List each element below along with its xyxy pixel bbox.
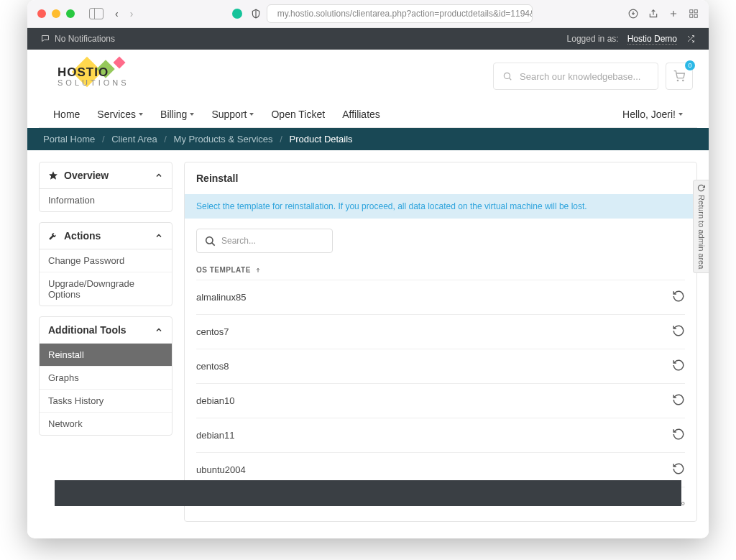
card-title: Reinstall: [185, 162, 696, 194]
share-icon[interactable]: [648, 9, 658, 19]
svg-point-12: [683, 80, 684, 81]
logged-in-label: Logged in as:: [567, 34, 619, 44]
notifications-icon: [40, 35, 50, 43]
os-template-name: almalinux85: [196, 292, 246, 303]
nav-home[interactable]: Home: [53, 101, 80, 127]
wrench-icon: [48, 231, 58, 241]
breadcrumb-portal-home[interactable]: Portal Home: [43, 134, 95, 144]
template-search-input[interactable]: Search...: [196, 229, 333, 253]
knowledgebase-search[interactable]: Search our knowledgebase...: [493, 63, 658, 90]
page-content: Overview Information Actions Change Pass…: [27, 150, 709, 533]
panel-tools-header[interactable]: Additional Tools: [40, 317, 172, 344]
sidebar-item-reinstall[interactable]: Reinstall: [40, 344, 172, 367]
search-icon: [502, 71, 512, 81]
panel-actions-header[interactable]: Actions: [40, 223, 172, 249]
breadcrumb-products-services[interactable]: My Products & Services: [174, 134, 273, 144]
nav-open-ticket[interactable]: Open Ticket: [271, 101, 325, 127]
nav-billing[interactable]: Billing: [160, 101, 194, 127]
panel-actions: Actions Change Password Upgrade/Downgrad…: [39, 222, 172, 306]
forward-button: ›: [127, 8, 137, 19]
os-template-row[interactable]: almalinux85: [196, 280, 685, 314]
os-template-name: centos7: [196, 326, 229, 337]
reinstall-action-icon[interactable]: [672, 428, 685, 443]
panel-additional-tools: Additional Tools Reinstall Graphs Tasks …: [39, 316, 172, 436]
nav-services[interactable]: Services: [97, 101, 143, 127]
breadcrumb-current: Product Details: [289, 134, 352, 144]
star-icon: [48, 170, 58, 180]
close-window-button[interactable]: [37, 9, 46, 18]
return-to-admin-tab[interactable]: Return to admin area: [693, 180, 709, 273]
url-text: my.hostio.solutions/clientarea.php?actio…: [277, 9, 533, 19]
maximize-window-button[interactable]: [66, 9, 75, 18]
sidebar-item-tasks-history[interactable]: Tasks History: [40, 390, 172, 413]
panel-overview: Overview Information: [39, 162, 172, 212]
topbar: No Notifications Logged in as: Hostio De…: [27, 28, 709, 50]
sidebar-item-graphs[interactable]: Graphs: [40, 367, 172, 390]
sidebar-item-change-password[interactable]: Change Password: [40, 249, 172, 272]
panel-overview-header[interactable]: Overview: [40, 162, 172, 189]
os-template-row[interactable]: centos7: [196, 314, 685, 349]
svg-line-15: [212, 243, 215, 246]
os-template-row[interactable]: debian11: [196, 418, 685, 452]
notifications-text[interactable]: No Notifications: [55, 34, 115, 44]
breadcrumb: Portal Home / Client Area / My Products …: [27, 128, 709, 150]
os-template-name: debian10: [196, 395, 235, 406]
sidebar-item-network[interactable]: Network: [40, 413, 172, 435]
main-nav: Home Services Billing Support Open Ticke…: [39, 101, 697, 128]
sidebar: Overview Information Actions Change Pass…: [39, 162, 172, 436]
search-icon: [204, 235, 216, 247]
plus-icon[interactable]: [668, 9, 678, 19]
minimize-window-button[interactable]: [52, 9, 60, 18]
reinstall-action-icon[interactable]: [672, 462, 685, 477]
chevron-down-icon: [190, 113, 194, 116]
browser-chrome: ‹ › my.hostio.solutions/clientarea.php?a…: [27, 0, 709, 28]
svg-rect-8: [694, 14, 697, 17]
company-logo[interactable]: HOSTIO SOLUTIONS: [43, 58, 144, 94]
site-header: HOSTIO SOLUTIONS Search our knowledgebas…: [27, 50, 709, 128]
cart-icon: [673, 70, 686, 82]
sidebar-item-information[interactable]: Information: [40, 189, 172, 211]
svg-rect-5: [690, 10, 693, 13]
os-template-column-header[interactable]: OS TEMPLATE: [196, 266, 685, 274]
cart-button[interactable]: 0: [666, 63, 693, 90]
traffic-lights: [37, 9, 75, 18]
footer: [55, 480, 681, 506]
breadcrumb-client-area[interactable]: Client Area: [111, 134, 157, 144]
os-template-row[interactable]: debian10: [196, 383, 685, 418]
svg-line-10: [509, 78, 511, 80]
reinstall-action-icon[interactable]: [672, 393, 685, 408]
os-template-name: ubuntu2004: [196, 464, 246, 475]
main-card: Reinstall Select the template for reinst…: [184, 162, 697, 522]
chevron-down-icon: [249, 113, 254, 116]
reinstall-action-icon[interactable]: [672, 324, 685, 339]
reinstall-warning-alert: Select the template for reinstallation. …: [185, 194, 696, 219]
logged-in-user-link[interactable]: Hostio Demo: [627, 34, 677, 45]
os-template-name: centos8: [196, 361, 229, 372]
chevron-up-icon: [155, 231, 163, 240]
nav-support[interactable]: Support: [211, 101, 254, 127]
reinstall-action-icon[interactable]: [672, 359, 685, 374]
shield-icon[interactable]: [251, 9, 261, 19]
back-button[interactable]: ‹: [112, 8, 121, 19]
svg-point-9: [504, 73, 510, 78]
url-bar[interactable]: my.hostio.solutions/clientarea.php?actio…: [267, 4, 533, 23]
svg-point-11: [677, 80, 678, 81]
os-template-row[interactable]: centos8: [196, 349, 685, 383]
grammarly-extension-icon[interactable]: [232, 9, 242, 19]
svg-point-14: [206, 237, 213, 244]
chevron-down-icon: [139, 113, 143, 116]
cart-badge: 0: [685, 60, 695, 70]
nav-affiliates[interactable]: Affiliates: [342, 101, 380, 127]
shuffle-icon[interactable]: [686, 35, 696, 43]
nav-user-menu[interactable]: Hello, Joeri!: [622, 101, 683, 127]
tabs-icon[interactable]: [689, 9, 699, 19]
chevron-down-icon: [678, 113, 683, 116]
svg-rect-6: [694, 10, 697, 13]
sidebar-toggle-icon[interactable]: [89, 8, 104, 19]
sort-ascending-icon: [255, 267, 261, 274]
chevron-up-icon: [155, 171, 163, 180]
svg-marker-13: [49, 171, 58, 180]
download-icon[interactable]: [628, 9, 638, 19]
sidebar-item-upgrade-downgrade[interactable]: Upgrade/Downgrade Options: [40, 272, 172, 306]
reinstall-action-icon[interactable]: [672, 290, 685, 305]
